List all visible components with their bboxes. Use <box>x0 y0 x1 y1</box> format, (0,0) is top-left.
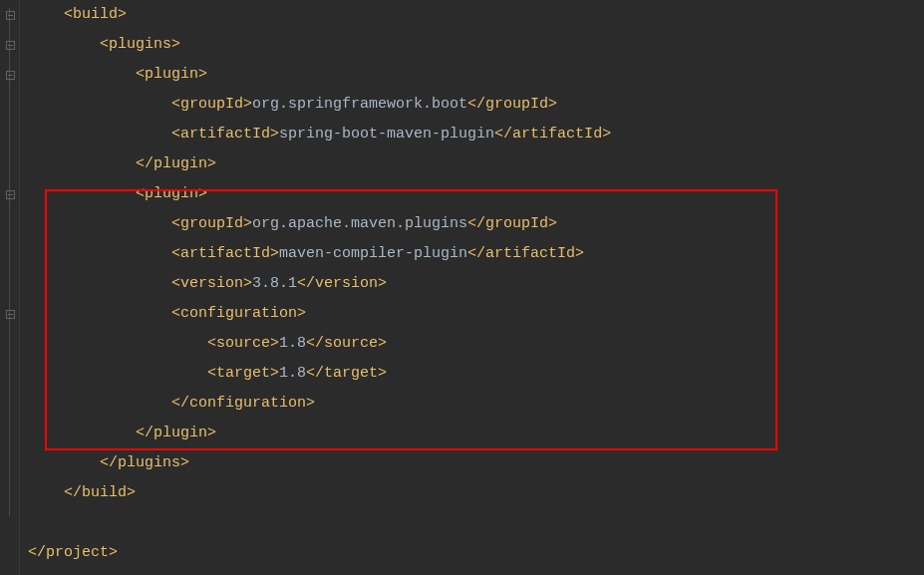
code-line[interactable]: <configuration> <box>20 299 924 329</box>
code-line[interactable]: </plugins> <box>20 448 924 478</box>
code-line[interactable]: <artifactId>maven-compiler-plugin</artif… <box>20 239 924 269</box>
code-token-tag: <source> <box>207 335 279 352</box>
code-token-tag: </groupId> <box>467 96 557 113</box>
code-line[interactable]: <groupId>org.apache.maven.plugins</group… <box>20 209 924 239</box>
code-line[interactable]: </plugin> <box>20 419 924 448</box>
code-token-tag: </configuration> <box>171 395 315 412</box>
code-line[interactable] <box>20 508 924 538</box>
code-line[interactable]: </project> <box>20 538 924 568</box>
code-line[interactable]: </build> <box>20 478 924 508</box>
code-line[interactable]: <plugin> <box>20 179 924 209</box>
code-token-tag: <build> <box>64 6 127 23</box>
fold-marker-icon[interactable] <box>5 309 15 319</box>
code-token-text: 1.8 <box>279 365 306 382</box>
code-token-tag: <target> <box>207 365 279 382</box>
code-editor[interactable]: <build> <plugins> <plugin> <groupId>org.… <box>0 0 924 575</box>
code-token-tag: <version> <box>171 275 252 292</box>
fold-marker-icon[interactable] <box>5 40 15 50</box>
code-token-tag: <groupId> <box>171 215 252 232</box>
code-line[interactable]: <version>3.8.1</version> <box>20 269 924 299</box>
code-token-tag: <artifactId> <box>171 245 279 262</box>
fold-marker-icon[interactable] <box>5 189 15 199</box>
code-token-tag: <groupId> <box>171 96 252 113</box>
code-token-tag: </build> <box>64 484 136 501</box>
code-line[interactable]: <target>1.8</target> <box>20 359 924 389</box>
code-token-tag: </plugin> <box>136 155 216 172</box>
code-line[interactable]: <plugins> <box>20 30 924 60</box>
code-token-tag: </plugins> <box>100 454 189 471</box>
fold-marker-icon[interactable] <box>5 70 15 80</box>
code-line[interactable]: </plugin> <box>20 149 924 179</box>
code-token-text: org.apache.maven.plugins <box>252 215 467 232</box>
code-line[interactable]: <plugin> <box>20 60 924 90</box>
code-token-tag: </artifactId> <box>494 126 611 143</box>
code-token-tag: <configuration> <box>171 305 306 322</box>
code-token-text: spring-boot-maven-plugin <box>279 126 494 143</box>
code-token-tag: <plugin> <box>136 66 207 83</box>
code-token-tag: </target> <box>306 365 387 382</box>
code-line[interactable]: <build> <box>20 0 924 30</box>
code-token-text: 3.8.1 <box>252 275 297 292</box>
code-token-text: 1.8 <box>279 335 306 352</box>
code-line[interactable]: <artifactId>spring-boot-maven-plugin</ar… <box>20 120 924 149</box>
code-token-tag: </version> <box>297 275 387 292</box>
code-token-tag: </groupId> <box>467 215 557 232</box>
code-line[interactable]: </configuration> <box>20 389 924 419</box>
code-line[interactable]: <groupId>org.springframework.boot</group… <box>20 90 924 120</box>
code-token-tag: </source> <box>306 335 387 352</box>
fold-marker-icon[interactable] <box>5 10 15 20</box>
code-area[interactable]: <build> <plugins> <plugin> <groupId>org.… <box>20 0 924 575</box>
code-token-tag: <plugin> <box>136 185 207 202</box>
code-token-tag: </plugin> <box>136 425 216 441</box>
code-line[interactable]: <source>1.8</source> <box>20 329 924 359</box>
code-token-tag: <artifactId> <box>171 126 279 143</box>
code-token-tag: </project> <box>28 544 118 561</box>
code-token-text: maven-compiler-plugin <box>279 245 467 262</box>
code-token-tag: <plugins> <box>100 36 180 53</box>
code-token-tag: </artifactId> <box>467 245 584 262</box>
code-token-text: org.springframework.boot <box>252 96 467 113</box>
gutter <box>0 0 20 575</box>
